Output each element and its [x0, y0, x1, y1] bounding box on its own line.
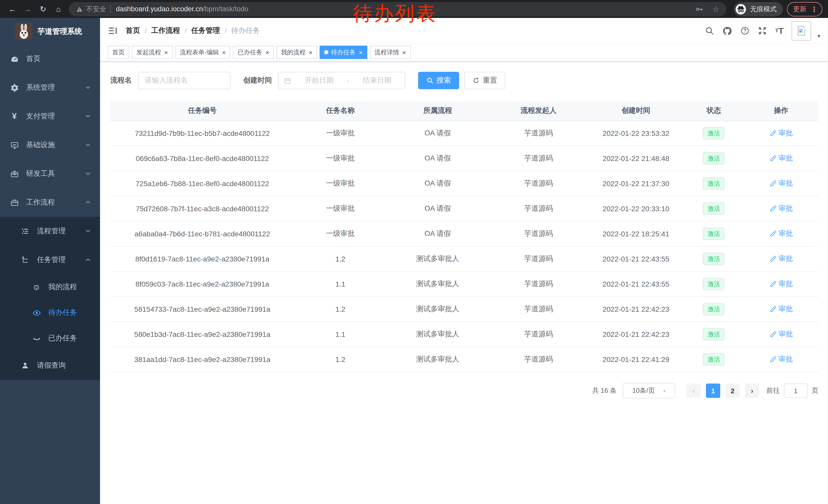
starter-cell: 芋道源码: [489, 121, 588, 146]
task-id-cell: 580e1b3d-7ac8-11ec-a9e2-a2380e71991a: [110, 322, 294, 347]
sidebar-item-workflow[interactable]: 工作流程: [0, 188, 100, 217]
col-starter: 流程发起人: [489, 101, 588, 121]
prev-page-button[interactable]: ‹: [687, 383, 701, 398]
avatar[interactable]: [792, 21, 811, 41]
tab-todo-task[interactable]: 待办任务×: [320, 46, 367, 59]
close-icon[interactable]: ×: [402, 49, 406, 56]
search-icon[interactable]: [705, 26, 714, 35]
approve-link[interactable]: 审批: [769, 254, 793, 263]
edit-pen-icon: [769, 330, 777, 338]
create-time-cell: 2022-01-22 23:53:32: [588, 121, 684, 146]
tab-process-form-edit[interactable]: 流程表单-编辑×: [175, 46, 230, 59]
approve-link[interactable]: 审批: [769, 355, 793, 364]
close-icon[interactable]: ×: [265, 49, 269, 56]
avatar-caret-icon[interactable]: ▾: [818, 33, 820, 40]
sidebar-item-process-mgmt[interactable]: 流程管理: [0, 217, 100, 245]
sidebar-item-label: 已办任务: [48, 334, 77, 343]
approve-link[interactable]: 审批: [769, 329, 793, 339]
browser-back-icon[interactable]: ←: [6, 5, 18, 13]
search-button[interactable]: 搜索: [418, 72, 459, 89]
sidebar-item-done-task[interactable]: 已办任务: [0, 326, 100, 351]
tab-start-process[interactable]: 发起流程×: [132, 46, 173, 59]
table-row: 73211d9d-7b9b-11ec-b5b7-acde48001122一级审批…: [110, 121, 818, 146]
incognito-label: 无痕模式: [750, 4, 777, 13]
fullscreen-icon[interactable]: [758, 26, 767, 35]
tab-home[interactable]: 首页: [108, 46, 129, 59]
task-table: 任务编号 任务名称 所属流程 流程发起人 创建时间 状态 操作 73211d9d…: [110, 101, 818, 372]
sidebar-item-payment[interactable]: ¥ 支付管理: [0, 102, 100, 131]
sidebar: 芋道管理系统 首页 系统管理 ¥ 支付管理 基础设施: [0, 18, 100, 504]
app-logo-row[interactable]: 芋道管理系统: [0, 18, 100, 45]
approve-link[interactable]: 审批: [769, 304, 793, 314]
sidebar-item-infrastructure[interactable]: 基础设施: [0, 131, 100, 159]
process-cell: OA 请假: [386, 146, 489, 171]
page-size-select[interactable]: 10条/页 ▾: [623, 383, 675, 398]
sidebar-item-todo-task[interactable]: 待办任务: [0, 300, 100, 326]
col-create-time: 创建时间: [588, 101, 684, 121]
page-button-2[interactable]: 2: [726, 383, 740, 398]
process-name-label: 流程名: [110, 76, 132, 85]
browser-home-icon[interactable]: ⌂: [52, 5, 65, 13]
close-icon[interactable]: ×: [222, 49, 226, 56]
browser-forward-icon[interactable]: →: [22, 5, 34, 13]
edit-pen-icon: [769, 205, 777, 212]
sidebar-item-my-process[interactable]: 我的流程: [0, 274, 100, 300]
process-cell: OA 请假: [386, 121, 489, 146]
approve-link[interactable]: 审批: [769, 229, 793, 238]
create-time-range-picker[interactable]: 开始日期 - 结束日期: [278, 72, 405, 89]
approve-link[interactable]: 审批: [769, 204, 793, 213]
starter-cell: 芋道源码: [489, 322, 588, 347]
status-cell: 激活: [684, 221, 744, 246]
sidebar-item-leave-query[interactable]: 请假查询: [0, 351, 100, 380]
tab-process-detail[interactable]: 流程详情×: [370, 46, 411, 59]
process-name-input[interactable]: 请输入流程名: [138, 72, 230, 89]
approve-link[interactable]: 审批: [769, 279, 793, 288]
tab-my-process[interactable]: 我的流程×: [277, 46, 317, 59]
sidebar-toggle-icon[interactable]: [108, 26, 118, 36]
key-icon[interactable]: [695, 5, 703, 13]
approve-link[interactable]: 审批: [769, 153, 793, 163]
approve-link[interactable]: 审批: [769, 129, 793, 138]
tab-done-task[interactable]: 已办任务×: [233, 46, 274, 59]
warning-icon: [76, 5, 83, 12]
breadcrumb-task-mgmt[interactable]: 任务管理: [191, 26, 220, 35]
help-icon[interactable]: [740, 26, 749, 35]
sidebar-item-devtools[interactable]: 研发工具: [0, 159, 100, 188]
status-badge: 激活: [703, 177, 724, 190]
breadcrumb-workflow[interactable]: 工作流程: [151, 26, 180, 35]
sidebar-item-system[interactable]: 系统管理: [0, 73, 100, 102]
page-button-1[interactable]: 1: [706, 383, 720, 398]
start-date-placeholder[interactable]: 开始日期: [296, 76, 342, 85]
font-size-icon[interactable]: TT: [775, 27, 784, 35]
bookmark-star-icon[interactable]: ☆: [712, 4, 719, 13]
action-cell: 审批: [744, 196, 818, 221]
next-page-button[interactable]: ›: [745, 383, 759, 398]
sidebar-item-home[interactable]: 首页: [0, 45, 100, 73]
task-name-cell: 1.2: [294, 296, 386, 322]
browser-reload-icon[interactable]: ↻: [37, 4, 49, 13]
approve-link[interactable]: 审批: [769, 179, 793, 188]
calendar-icon: [284, 77, 291, 84]
goto-page-input[interactable]: 1: [784, 383, 808, 398]
status-badge: 激活: [703, 303, 724, 315]
reset-button[interactable]: 重置: [464, 72, 505, 89]
breadcrumb-home[interactable]: 首页: [126, 26, 140, 35]
create-time-cell: 2022-01-21 22:43:55: [588, 246, 684, 272]
github-icon[interactable]: [722, 26, 732, 36]
close-icon[interactable]: ×: [309, 49, 313, 56]
task-name-cell: 1.1: [294, 322, 386, 347]
browser-menu-icon[interactable]: ⋮: [811, 5, 818, 13]
table-row: 58154733-7ac8-11ec-a9e2-a2380e71991a1.2测…: [110, 296, 818, 322]
end-date-placeholder[interactable]: 结束日期: [355, 76, 400, 85]
close-icon[interactable]: ×: [359, 49, 363, 56]
sidebar-item-label: 工作流程: [26, 198, 55, 207]
browser-update-button[interactable]: 更新 ⋮: [787, 2, 822, 16]
close-icon[interactable]: ×: [164, 49, 168, 56]
process-cell: 测试多审批人: [386, 246, 489, 272]
security-label[interactable]: 不安全: [86, 4, 106, 13]
active-dot: [325, 50, 329, 54]
action-cell: 审批: [744, 171, 818, 196]
sidebar-item-task-mgmt[interactable]: 任务管理: [0, 245, 100, 274]
status-cell: 激活: [684, 322, 744, 347]
action-cell: 审批: [744, 121, 818, 146]
